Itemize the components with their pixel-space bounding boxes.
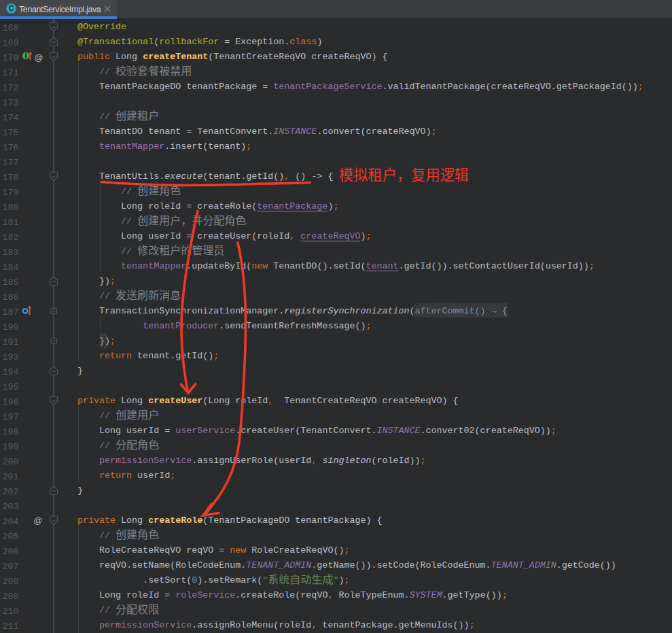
svg-text:C: C (9, 4, 14, 12)
